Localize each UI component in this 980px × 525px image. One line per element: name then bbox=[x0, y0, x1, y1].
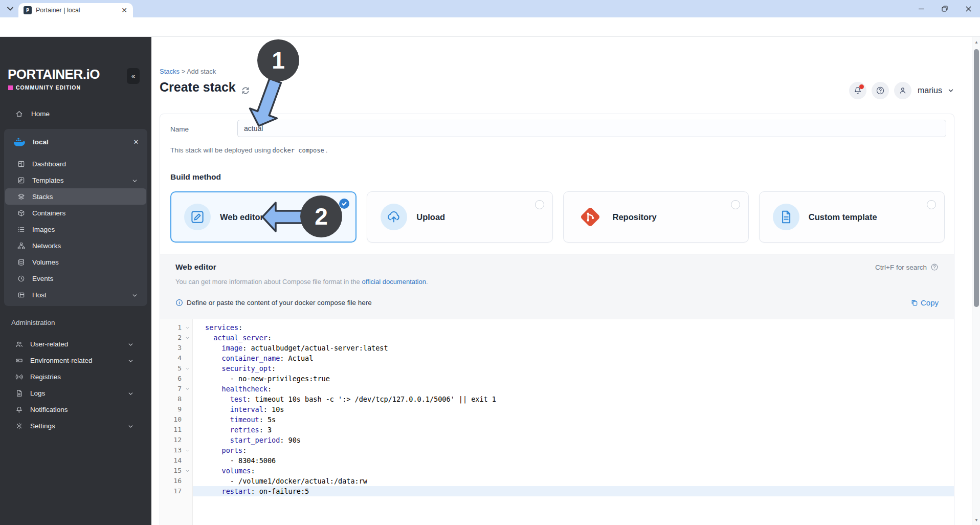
line-number: 15 bbox=[160, 466, 182, 476]
radio-button[interactable] bbox=[927, 200, 936, 209]
browser-tabstrip: P Portainer | local ✕ bbox=[0, 0, 980, 17]
breadcrumb-separator: > bbox=[182, 68, 187, 75]
code-line: 15 volumes: bbox=[160, 466, 954, 476]
stacks-icon bbox=[17, 193, 25, 201]
close-icon[interactable]: ✕ bbox=[130, 136, 142, 148]
scroll-down-icon[interactable]: ▼ bbox=[972, 516, 980, 524]
build-method-label: Custom template bbox=[809, 212, 877, 222]
sidebar-item-host[interactable]: Host bbox=[5, 287, 146, 303]
sidebar-item-events[interactable]: Events bbox=[5, 270, 146, 287]
notifications-bell-button[interactable] bbox=[849, 82, 866, 99]
sidebar-collapse-button[interactable]: « bbox=[127, 68, 140, 84]
step2-badge: 2 bbox=[300, 195, 342, 237]
sidebar-item-home[interactable]: Home bbox=[4, 105, 147, 122]
code-text: start_period: 90s bbox=[193, 435, 954, 445]
copy-icon bbox=[910, 299, 918, 307]
sidebar-item-label: Settings bbox=[30, 422, 120, 430]
scrollbar-thumb[interactable] bbox=[974, 49, 979, 307]
sidebar-item-label: Logs bbox=[30, 389, 120, 397]
fold-chevron-icon[interactable] bbox=[182, 384, 193, 394]
environment-block: local ✕ DashboardTemplatesStacksContaine… bbox=[4, 129, 147, 306]
line-number: 11 bbox=[160, 425, 182, 435]
user-avatar[interactable] bbox=[894, 82, 911, 99]
administration-header: Administration bbox=[11, 319, 55, 326]
sidebar-item-templates[interactable]: Templates bbox=[5, 172, 146, 188]
stack-name-input[interactable] bbox=[237, 120, 946, 137]
fold-spacer bbox=[182, 394, 193, 404]
define-hint: Define or paste the content of your dock… bbox=[175, 299, 372, 307]
sidebar-item-label: Templates bbox=[32, 177, 124, 184]
code-text: test: timeout 10s bash -c ':> /dev/tcp/1… bbox=[193, 394, 954, 404]
code-text: ports: bbox=[193, 445, 954, 455]
official-documentation-link[interactable]: official documentation bbox=[362, 278, 426, 286]
sidebar-item-networks[interactable]: Networks bbox=[5, 237, 146, 254]
web-editor-section: Web editor Ctrl+F for search You can get… bbox=[160, 254, 954, 525]
sidebar-item-containers[interactable]: Containers bbox=[5, 205, 146, 221]
chevron-down-icon bbox=[127, 357, 134, 364]
sidebar-item-notifications[interactable]: Notifications bbox=[1, 401, 142, 418]
scroll-up-icon[interactable]: ▲ bbox=[972, 38, 980, 46]
sidebar-item-registries[interactable]: Registries bbox=[1, 368, 142, 385]
upload-icon bbox=[381, 204, 407, 230]
window-close-button[interactable] bbox=[956, 0, 980, 17]
chevron-down-icon[interactable] bbox=[947, 87, 954, 94]
sidebar-item-user-related[interactable]: User-related bbox=[1, 336, 142, 352]
help-button[interactable] bbox=[872, 82, 889, 99]
window-restore-button[interactable] bbox=[933, 0, 956, 17]
build-method-repository[interactable]: Repository bbox=[563, 191, 749, 243]
info-icon bbox=[175, 299, 183, 307]
code-line: 17 restart: on-failure:5 bbox=[160, 486, 954, 496]
fold-spacer bbox=[182, 486, 193, 496]
sidebar-item-images[interactable]: Images bbox=[5, 221, 146, 237]
radio-button[interactable] bbox=[731, 200, 740, 209]
sidebar-item-environment-related[interactable]: Environment-related bbox=[1, 352, 142, 368]
sidebar-item-settings[interactable]: Settings bbox=[1, 418, 142, 434]
line-number: 12 bbox=[160, 435, 182, 445]
tab-search-icon[interactable] bbox=[5, 4, 15, 14]
radio-button[interactable] bbox=[535, 200, 544, 209]
sidebar-item-local[interactable]: local ✕ bbox=[4, 132, 147, 151]
sidebar-item-label: Home bbox=[31, 110, 147, 118]
build-method-label: Repository bbox=[613, 212, 657, 222]
window-minimize-button[interactable] bbox=[909, 0, 933, 17]
line-number: 4 bbox=[160, 353, 182, 363]
fold-chevron-icon[interactable] bbox=[182, 445, 193, 455]
tab-close-icon[interactable]: ✕ bbox=[120, 6, 129, 15]
environment-menu: DashboardTemplatesStacksContainersImages… bbox=[5, 156, 146, 303]
fold-chevron-icon[interactable] bbox=[182, 333, 193, 343]
fold-chevron-icon[interactable] bbox=[182, 322, 193, 333]
fold-spacer bbox=[182, 374, 193, 384]
containers-icon bbox=[17, 209, 25, 217]
code-text: image: actualbudget/actual-server:latest bbox=[193, 343, 954, 353]
fold-chevron-icon[interactable] bbox=[182, 466, 193, 476]
host-icon bbox=[17, 291, 25, 299]
copy-button[interactable]: Copy bbox=[910, 298, 939, 307]
compose-code-editor[interactable]: 1services:2 actual_server:3 image: actua… bbox=[160, 319, 954, 525]
username[interactable]: marius bbox=[918, 86, 942, 95]
sidebar: PORTAINER.iO COMMUNITY EDITION « Home lo… bbox=[0, 37, 151, 525]
web-editor-title: Web editor bbox=[175, 262, 216, 272]
line-number: 1 bbox=[160, 322, 182, 333]
breadcrumb-stacks-link[interactable]: Stacks bbox=[160, 68, 180, 75]
step1-arrow bbox=[203, 70, 315, 182]
notifications-icon bbox=[15, 406, 23, 413]
build-method-upload[interactable]: Upload bbox=[367, 191, 552, 243]
portainer-logo: PORTAINER.iO bbox=[8, 67, 100, 82]
code-text: volumes: bbox=[193, 466, 954, 476]
code-line: 12 start_period: 90s bbox=[160, 435, 954, 445]
page-scrollbar[interactable]: ▲ ▼ bbox=[972, 37, 980, 525]
fold-chevron-icon[interactable] bbox=[182, 363, 193, 374]
sidebar-item-logs[interactable]: Logs bbox=[1, 385, 142, 401]
environments-icon bbox=[15, 357, 23, 364]
build-method-custom-template[interactable]: Custom template bbox=[759, 191, 945, 243]
chevron-down-icon bbox=[127, 390, 134, 397]
code-line: 14 - 8304:5006 bbox=[160, 455, 954, 466]
browser-tab[interactable]: P Portainer | local ✕ bbox=[18, 3, 133, 17]
sidebar-item-volumes[interactable]: Volumes bbox=[5, 254, 146, 270]
code-text: services: bbox=[193, 322, 954, 333]
step1-badge: 1 bbox=[257, 39, 299, 81]
code-line: 16 - /volume1/docker/actual:/data:rw bbox=[160, 476, 954, 486]
sidebar-item-dashboard[interactable]: Dashboard bbox=[5, 156, 146, 172]
sidebar-item-stacks[interactable]: Stacks bbox=[5, 188, 146, 205]
code-text: actual_server: bbox=[193, 333, 954, 343]
